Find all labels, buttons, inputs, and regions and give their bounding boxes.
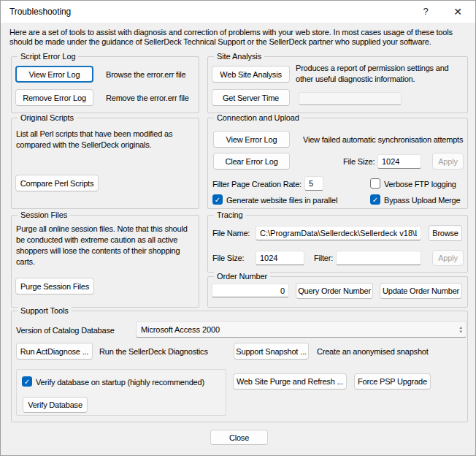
browse-button[interactable]: Browse <box>429 225 462 241</box>
check-icon: ✓ <box>372 196 378 204</box>
file-size-label: File Size: <box>343 157 375 167</box>
force-psp-upgrade-button[interactable]: Force PSP Upgrade <box>354 373 431 390</box>
group-script-error-log: Script Error Log View Error Log Browse t… <box>11 56 199 113</box>
group-title: Session Files <box>18 210 70 220</box>
close-button[interactable]: Close <box>210 430 268 445</box>
intro-line-2: should be made under the guidance of Sel… <box>9 37 472 47</box>
group-title: Support Tools <box>18 306 72 316</box>
web-site-analysis-button[interactable]: Web Site Analysis <box>212 66 290 83</box>
trace-file-name-field[interactable] <box>256 226 421 240</box>
window-title: Troubleshooting <box>9 1 71 23</box>
original-scripts-desc: List all Perl scripts that have been mod… <box>16 129 194 151</box>
verify-startup-label: Verify database on startup (highly recom… <box>36 378 204 387</box>
db-version-label: Version of Catalog Database <box>16 326 115 335</box>
troubleshooting-dialog: Troubleshooting ? ✕ Here are a set of to… <box>0 0 476 456</box>
group-site-analysis: Site Analysis Web Site Analysis Produces… <box>207 56 468 113</box>
spinner: ▲ ▼ <box>458 322 463 336</box>
remove-error-log-button[interactable]: Remove Error Log <box>15 89 93 106</box>
update-order-number-button[interactable]: Update Order Number <box>380 283 462 299</box>
filter-page-creation-rate-label: Filter Page Creation Rate: <box>212 180 302 189</box>
intro-line-1: Here are a set of tools to assist with d… <box>9 28 472 37</box>
check-icon: ✓ <box>24 378 30 386</box>
view-error-log-desc: Browse the error.err file <box>106 70 185 80</box>
trace-filter-label: Filter: <box>314 254 333 263</box>
file-size-field[interactable] <box>377 154 421 169</box>
trace-apply-button[interactable]: Apply <box>432 250 464 266</box>
close-icon[interactable]: ✕ <box>443 1 472 23</box>
trace-file-name-label: File Name: <box>212 229 250 238</box>
db-version-combo[interactable]: Microsoft Access 2000 ▲ ▼ <box>136 321 467 338</box>
web-site-purge-refresh-button[interactable]: Web Site Purge and Refresh ... <box>233 373 347 390</box>
db-version-value: Microsoft Access 2000 <box>141 325 220 334</box>
verbose-ftp-checkbox[interactable] <box>370 178 380 189</box>
support-snapshot-desc: Create an anonymised snapshot <box>317 347 429 357</box>
session-files-desc: Purge all online session files. Note tha… <box>16 224 193 267</box>
support-snapshot-button[interactable]: Support Snapshot ... <box>234 343 309 360</box>
clear-error-log-button[interactable]: Clear Error Log <box>213 153 290 170</box>
remove-error-log-desc: Remove the error.err file <box>106 94 189 103</box>
group-support-tools: Support Tools Version of Catalog Databas… <box>11 311 468 422</box>
bypass-upload-merge-checkbox[interactable]: ✓ <box>370 194 380 205</box>
get-server-time-button[interactable]: Get Server Time <box>212 89 290 106</box>
group-title: Order Number <box>214 272 270 281</box>
order-number-field[interactable] <box>212 284 289 297</box>
help-icon[interactable]: ? <box>411 1 440 23</box>
group-tracing: Tracing File Name: Browse File Size: Fil… <box>207 215 468 273</box>
purge-session-files-button[interactable]: Purge Session Files <box>15 278 94 294</box>
web-site-analysis-desc: Produces a report of permission settings… <box>296 63 464 85</box>
group-session-files: Session Files Purge all online session f… <box>11 215 199 308</box>
group-title: Tracing <box>214 210 246 220</box>
group-title: Script Error Log <box>18 52 78 61</box>
cu-view-error-log-button[interactable]: View Error Log <box>213 131 290 148</box>
trace-filter-field[interactable] <box>336 251 421 265</box>
filter-page-creation-rate-field[interactable] <box>304 176 323 191</box>
query-order-number-button[interactable]: Query Order Number <box>296 283 373 299</box>
group-connection-upload: Connection and Upload View Error Log Vie… <box>207 118 468 209</box>
group-title: Connection and Upload <box>214 113 302 123</box>
generate-parallel-label: Generate website files in parallel <box>226 196 337 205</box>
view-error-log-button[interactable]: View Error Log <box>15 66 93 83</box>
check-icon: ✓ <box>215 196 220 204</box>
verify-panel: ✓ Verify database on startup (highly rec… <box>16 369 226 416</box>
run-actdiagnose-button[interactable]: Run ActDiagnose ... <box>16 343 93 360</box>
group-original-scripts: Original Scripts List all Perl scripts t… <box>11 118 199 209</box>
trace-file-size-label: File Size: <box>212 254 244 263</box>
generate-parallel-checkbox[interactable]: ✓ <box>212 194 223 205</box>
group-title: Original Scripts <box>18 113 77 123</box>
verify-startup-checkbox[interactable]: ✓ <box>22 376 32 387</box>
cu-view-error-log-desc: View failed automatic synchronisation at… <box>303 135 463 145</box>
intro-text: Here are a set of tools to assist with d… <box>9 28 472 47</box>
group-title: Site Analysis <box>214 52 264 61</box>
server-time-field[interactable] <box>299 92 402 105</box>
verify-database-button[interactable]: Verify Database <box>23 397 88 413</box>
spinner-down-icon[interactable]: ▼ <box>458 330 463 334</box>
group-order-number: Order Number Query Order Number Update O… <box>207 276 468 308</box>
compare-perl-scripts-button[interactable]: Compare Perl Scripts <box>15 175 99 191</box>
apply-button[interactable]: Apply <box>432 153 464 170</box>
trace-file-size-field[interactable] <box>256 251 304 265</box>
run-actdiagnose-desc: Run the SellerDeck Diagnostics <box>99 347 208 357</box>
titlebar: Troubleshooting ? ✕ <box>1 1 475 23</box>
verbose-ftp-label: Verbose FTP logging <box>384 180 456 189</box>
bypass-upload-merge-label: Bypass Upload Merge <box>384 196 460 205</box>
